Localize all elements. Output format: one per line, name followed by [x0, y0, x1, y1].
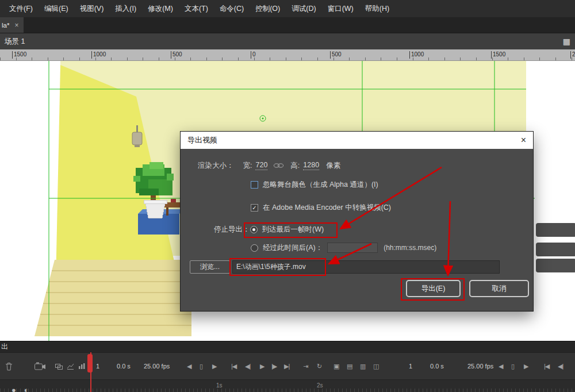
cancel-button[interactable]: 取消: [469, 280, 529, 297]
time-format-hint: (hh:mm:ss.msec): [384, 244, 436, 252]
height-value[interactable]: 1280: [303, 161, 319, 170]
media-encoder-row: ✓ 在 Adobe Media Encoder 中转换视频(C): [251, 202, 391, 213]
ruler-label: 1000: [91, 51, 106, 57]
output-panel-tab[interactable]: 出: [0, 341, 575, 352]
menu-item-text[interactable]: 文本(T): [179, 0, 214, 17]
horizontal-ruler: 1500 1000 500 0 500 1000 1500 2: [0, 49, 575, 61]
menu-item-file[interactable]: 文件(F): [3, 0, 39, 17]
media-encoder-checkbox[interactable]: ✓: [251, 204, 258, 212]
link-dimensions-icon[interactable]: [273, 163, 285, 168]
chart-icon[interactable]: [78, 353, 86, 379]
camera-icon[interactable]: [34, 353, 46, 379]
floor-planks: [34, 260, 191, 336]
ruler-label: 1500: [491, 51, 505, 57]
layer-depth-icon[interactable]: [55, 353, 63, 379]
layer-dot-icon: ●: [12, 386, 16, 392]
layer-half-dot-icon: ◐: [24, 386, 29, 392]
play-icon[interactable]: ▶: [260, 353, 264, 379]
playhead-handle[interactable]: [87, 354, 93, 372]
go-first-frame-icon[interactable]: |◀: [231, 353, 236, 379]
menu-item-modify[interactable]: 修改(M): [142, 0, 179, 17]
edit-multiframe-icon[interactable]: ▥: [360, 353, 365, 379]
menu-item-view[interactable]: 视图(V): [74, 0, 110, 17]
document-tab-bar: la* ×: [0, 17, 575, 33]
step-forward-icon[interactable]: ▶: [212, 353, 216, 379]
document-tab-label: la*: [2, 22, 9, 29]
prev-frame-icon[interactable]: ◀|: [558, 353, 563, 379]
center-playhead-icon[interactable]: ⇥: [303, 353, 308, 379]
onion-outline-icon[interactable]: ▤: [347, 353, 352, 379]
loop-icon[interactable]: ↻: [317, 353, 321, 379]
go-first-frame-icon[interactable]: |◀: [544, 353, 549, 379]
export-button[interactable]: 导出(E): [406, 280, 461, 297]
stop-export-label: 停止导出：: [214, 225, 250, 235]
frame-box-icon[interactable]: ▯: [200, 353, 202, 379]
media-encoder-label: 在 Adobe Media Encoder 中转换视频(C): [263, 203, 391, 213]
ruler-tick-marks: [0, 57, 575, 60]
next-frame-icon[interactable]: |▶: [271, 353, 277, 379]
output-panel-label: 出: [1, 342, 8, 352]
elapsed-time-input[interactable]: [327, 243, 378, 253]
prev-frame-icon[interactable]: ◀|: [245, 353, 250, 379]
height-label: 高:: [290, 161, 300, 171]
ruler-label: 1500: [12, 51, 26, 57]
frame-ruler-mark: 1s: [216, 382, 223, 389]
elapsed-time-radio[interactable]: [251, 244, 258, 252]
marker-range-icon[interactable]: ◫: [373, 353, 378, 379]
timeline-frame-ruler[interactable]: 1s 2s ● ◐: [0, 379, 575, 392]
frame-box-icon[interactable]: ▯: [511, 353, 514, 379]
edit-scene-icon[interactable]: ▦: [563, 37, 570, 46]
camera-frame-value[interactable]: 1: [409, 353, 412, 379]
document-tab[interactable]: la* ×: [0, 17, 24, 33]
ruler-label: 2: [570, 51, 575, 57]
render-size-row: 渲染大小： 宽: 720 高: 1280 像素: [198, 160, 340, 171]
menu-item-debug[interactable]: 调试(D): [286, 0, 321, 17]
ignore-stage-color-checkbox[interactable]: [251, 181, 258, 189]
elapsed-time-label: 经过此时间后(A)：: [263, 243, 323, 253]
camera-frame-rate-value[interactable]: 25.00 fps: [467, 353, 493, 379]
export-video-dialog: 导出视频 × 渲染大小： 宽: 720 高: 1280 像素 忽略舞台颜色（生成…: [180, 131, 534, 312]
ignore-stage-color-label: 忽略舞台颜色（生成 Alpha 通道）(I): [263, 180, 378, 190]
go-last-frame-icon[interactable]: ▶|: [284, 353, 289, 379]
step-forward-icon[interactable]: ▶: [524, 353, 528, 379]
scene-bar: 场景 1 ▦: [0, 33, 575, 49]
timeline-toolbar: 1 0.0 s 25.00 fps ◀ ▯ ▶ |◀ ◀| ▶ |▶ ▶| ⇥ …: [0, 352, 575, 379]
width-value[interactable]: 720: [255, 161, 267, 170]
dialog-title-bar[interactable]: 导出视频 ×: [181, 132, 533, 149]
menu-item-window[interactable]: 窗口(W): [322, 0, 359, 17]
ignore-stage-color-row: 忽略舞台颜色（生成 Alpha 通道）(I): [251, 179, 378, 190]
ruler-label: 500: [330, 51, 342, 57]
render-size-label: 渲染大小：: [198, 161, 234, 171]
scene-breadcrumb: 场景 1: [5, 37, 25, 47]
menu-item-help[interactable]: 帮助(H): [359, 0, 395, 17]
menu-item-edit[interactable]: 编辑(E): [39, 0, 74, 17]
dialog-title: 导出视频: [187, 135, 217, 145]
elapsed-time-value: 0.0 s: [117, 353, 131, 379]
last-frame-radio[interactable]: [250, 226, 258, 233]
ruler-label: 0: [251, 51, 256, 57]
width-label: 宽:: [243, 161, 252, 171]
menu-item-control[interactable]: 控制(O): [250, 0, 286, 17]
output-path-row: 浏览... E:\动画\1\5种孩子.mov: [190, 260, 533, 274]
frame-rate-value[interactable]: 25.00 fps: [144, 353, 170, 379]
step-back-icon[interactable]: ◀: [187, 353, 191, 379]
tab-close-icon[interactable]: ×: [14, 21, 18, 29]
animate-window: 文件(F) 编辑(E) 视图(V) 插入(I) 修改(M) 文本(T) 命令(C…: [0, 0, 575, 392]
step-back-icon[interactable]: ◀: [499, 353, 503, 379]
delete-icon[interactable]: [5, 353, 13, 379]
onion-skin-icon[interactable]: ▣: [334, 353, 339, 379]
side-panel-bars: [536, 223, 575, 272]
current-frame-value[interactable]: 1: [96, 353, 99, 379]
ruler-label: 500: [171, 51, 182, 57]
close-icon[interactable]: ×: [521, 135, 526, 145]
pixels-label: 像素: [326, 161, 340, 171]
frame-ruler-mark: 2s: [317, 382, 323, 389]
menu-item-commands[interactable]: 命令(C): [214, 0, 250, 17]
camera-time-value: 0.0 s: [430, 353, 444, 379]
output-path-field[interactable]: E:\动画\1\5种孩子.mov: [232, 260, 500, 274]
graph-editor-icon[interactable]: [67, 353, 74, 379]
browse-button[interactable]: 浏览...: [190, 260, 230, 274]
menu-bar: 文件(F) 编辑(E) 视图(V) 插入(I) 修改(M) 文本(T) 命令(C…: [0, 0, 575, 17]
stop-export-row: 停止导出： 到达最后一帧时(W): [214, 224, 324, 235]
menu-item-insert[interactable]: 插入(I): [109, 0, 142, 17]
